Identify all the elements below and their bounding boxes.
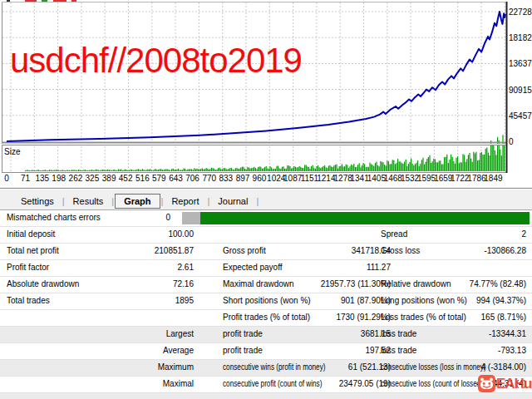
row-label: Gross loss	[381, 246, 420, 255]
x-axis-tick-label: 1532	[401, 174, 419, 183]
y-axis-tick-label: 90915	[509, 86, 532, 95]
x-axis-tick-label: 262	[69, 174, 83, 183]
row-value: 165 (8.71%)	[420, 313, 526, 322]
row-value: 72.16	[83, 279, 194, 288]
x-axis-tick-label: 1786	[467, 174, 485, 183]
row-value: 1730 (91.29%)	[283, 313, 391, 322]
modelling-quality-bar	[182, 212, 530, 224]
x-axis-tick-label: 1278	[334, 174, 352, 183]
row-value: 901 (87.90%)	[283, 296, 391, 305]
x-axis-tick-label: 1341	[350, 174, 368, 183]
row-value: 23479.05 (19)	[283, 379, 391, 388]
row-value: 74.77% (82.48)	[420, 279, 526, 288]
tester-graph-panel: usdchf//2008to2019 Size 2272871818291363…	[0, 0, 532, 187]
row-label: Expected payoff	[223, 263, 283, 272]
row-value: -13344.31	[420, 329, 526, 338]
y-axis-tick-label: 45457	[509, 111, 532, 121]
table-row[interactable]: Largestprofit trade3681.15loss trade-133…	[0, 327, 532, 343]
row-label: Total trades	[7, 296, 50, 305]
tab-settings[interactable]: Settings	[13, 195, 62, 208]
x-axis-tick-label: 198	[52, 174, 66, 183]
x-axis-tick-label: 325	[86, 174, 100, 183]
row-value: 210851.87	[83, 246, 194, 255]
x-axis-tick-label: 833	[219, 174, 233, 183]
x-axis-tick-label: 579	[152, 174, 166, 183]
x-axis-tick-label: 452	[119, 174, 133, 183]
tab-graph[interactable]: Graph	[115, 194, 160, 209]
table-row[interactable]: Profit trades (% of total)1730 (91.29%)L…	[0, 310, 532, 327]
row-value: Average	[83, 346, 194, 355]
row-value: 341718.14	[283, 246, 391, 255]
row-label: profit trade	[223, 329, 263, 338]
row-value: 61 (521.13)	[283, 362, 391, 372]
tab-report[interactable]: Report	[164, 195, 206, 208]
row-label: Spread	[381, 229, 407, 239]
tab-separator: |	[255, 196, 259, 206]
x-axis-tick-label: 389	[102, 174, 116, 183]
row-label: loss trade	[381, 346, 416, 355]
x-axis-tick-label: 1087	[283, 174, 302, 183]
modelling-quality-bar-gray-segment	[182, 212, 200, 224]
row-label: Gross profit	[223, 246, 266, 255]
robot-logo-icon	[478, 375, 495, 392]
row-value: 1895	[83, 296, 194, 305]
tester-report-table: Mismatched charts errors0Initial deposit…	[0, 209, 532, 399]
x-axis-tick-label: 1405	[367, 174, 386, 183]
x-axis-tick-label: 1849	[484, 174, 502, 183]
row-label: Initial deposit	[7, 229, 55, 239]
row-label: loss trade	[381, 329, 416, 338]
tab-journal[interactable]: Journal	[210, 195, 255, 208]
row-value: 2	[420, 229, 526, 239]
row-value: 4 (-3184.00)	[420, 362, 526, 372]
x-axis-tick-label: 71	[21, 174, 30, 183]
table-row[interactable]: Mismatched charts errors0	[0, 210, 532, 227]
y-axis-tick-label: 136372	[509, 59, 532, 68]
x-axis-tick-label: 1024	[267, 174, 285, 183]
x-axis-tick-label: 897	[236, 174, 250, 183]
row-value: Largest	[83, 329, 194, 338]
row-value: Maximum	[83, 362, 194, 372]
x-axis-tick-label: 643	[169, 174, 183, 183]
tester-tab-bar: Settings|Results|Graph|Report|Journal|	[0, 192, 532, 209]
row-label: Profit factor	[7, 263, 49, 272]
x-axis-tick-label: 1468	[384, 174, 402, 183]
tab-results[interactable]: Results	[66, 195, 111, 208]
row-value: 994 (94.37%)	[420, 296, 526, 305]
x-axis-tick-label: 516	[135, 174, 150, 183]
chart-title-overlay: usdchf//2008to2019	[10, 43, 302, 78]
table-row[interactable]	[0, 393, 532, 399]
x-axis-tick-label: 1722	[451, 174, 469, 183]
table-row[interactable]: Averageprofit trade197.52loss trade-793.…	[0, 343, 532, 360]
table-row[interactable]: Total net profit210851.87Gross profit341…	[0, 244, 532, 260]
row-value: 21957.73 (11.30%)	[283, 279, 391, 288]
watermark-text: EAHub	[496, 376, 532, 392]
row-label: profit trade	[223, 346, 263, 355]
y-axis-tick-label: 181829	[509, 33, 532, 42]
row-value: 100.00	[83, 229, 194, 239]
row-value: 2.61	[83, 263, 194, 272]
table-row[interactable]: Maximalconsecutive profit (count of wins…	[0, 377, 532, 393]
row-value: -793.13	[420, 346, 526, 355]
y-axis-tick-label: 0	[509, 137, 514, 146]
table-row[interactable]: Initial deposit100.00Spread2	[0, 227, 532, 244]
table-row[interactable]: Profit factor2.61Expected payoff111.27	[0, 260, 532, 277]
row-label: Absolute drawdown	[7, 279, 79, 288]
row-label: Total net profit	[7, 246, 59, 255]
x-axis-tick-label: 706	[185, 174, 200, 183]
row-value: 0	[83, 213, 170, 222]
x-axis-tick-label: 0	[4, 174, 9, 183]
x-axis-tick-label: 1214	[317, 174, 335, 183]
row-value: Maximal	[83, 379, 194, 388]
x-axis-tick-label: 960	[253, 174, 267, 183]
table-row[interactable]: Maximumconsecutive wins (profit in money…	[0, 360, 532, 377]
balance-graph	[0, 0, 532, 188]
x-axis-tick-label: 1151	[301, 174, 319, 183]
table-row[interactable]: Total trades1895Short positions (won %)9…	[0, 293, 532, 310]
row-value: 197.52	[283, 346, 391, 355]
table-row[interactable]: Absolute drawdown72.16Maximal drawdown21…	[0, 277, 532, 293]
x-axis-tick-label: 1595	[417, 174, 436, 183]
size-axis-label: Size	[4, 147, 20, 156]
x-axis-tick-label: 770	[202, 174, 216, 183]
watermark: EAHub	[478, 375, 532, 392]
x-axis-tick-label: 1659	[434, 174, 452, 183]
